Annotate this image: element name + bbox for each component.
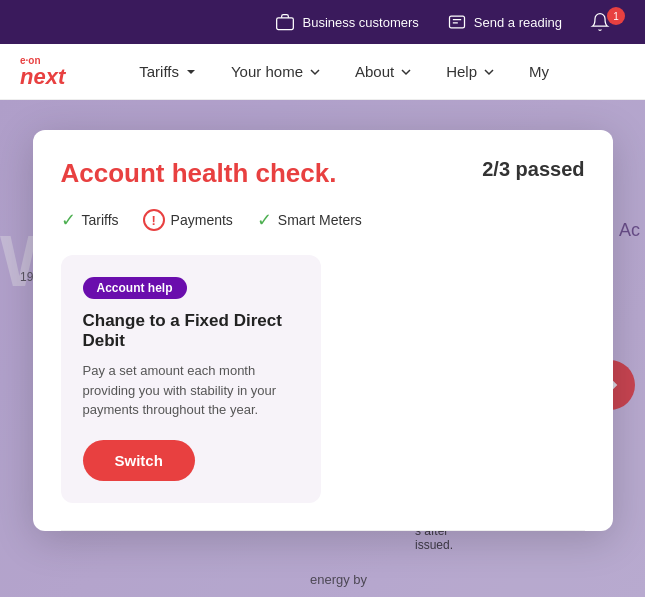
svg-rect-0 (277, 18, 294, 30)
nav-my[interactable]: My (515, 55, 563, 88)
check-pass-icon: ✓ (61, 209, 76, 231)
check-payments-label: Payments (171, 212, 233, 228)
send-reading-label: Send a reading (474, 15, 562, 30)
chevron-down-icon (481, 64, 497, 80)
modal-checks: ✓ Tariffs ! Payments ✓ Smart Meters (61, 209, 585, 231)
card-title: Change to a Fixed Direct Debit (83, 311, 299, 351)
nav-items: Tariffs Your home About Help My (125, 55, 563, 88)
modal-header: Account health check. 2/3 passed (61, 158, 585, 189)
card-badge: Account help (83, 277, 187, 299)
switch-button[interactable]: Switch (83, 440, 195, 481)
nav-your-home[interactable]: Your home (217, 55, 337, 88)
svg-rect-1 (449, 16, 464, 28)
modal-overlay: Account health check. 2/3 passed ✓ Tarif… (0, 100, 645, 597)
check-payments: ! Payments (143, 209, 233, 231)
briefcase-icon (275, 12, 295, 32)
chevron-down-icon (398, 64, 414, 80)
modal-score: 2/3 passed (482, 158, 584, 181)
modal-title: Account health check. (61, 158, 337, 189)
chevron-down-icon (307, 64, 323, 80)
check-smart-meters: ✓ Smart Meters (257, 209, 362, 231)
check-warning-icon: ! (143, 209, 165, 231)
top-bar: Business customers Send a reading 1 (0, 0, 645, 44)
business-customers-link[interactable]: Business customers (275, 12, 418, 32)
account-help-card: Account help Change to a Fixed Direct De… (61, 255, 321, 503)
nav-bar: e·on next Tariffs Your home About Help M… (0, 44, 645, 100)
logo-next-text: next (20, 66, 65, 88)
notification-badge: 1 (607, 7, 625, 25)
modal-divider (61, 530, 585, 531)
check-tariffs: ✓ Tariffs (61, 209, 119, 231)
check-smart-meters-label: Smart Meters (278, 212, 362, 228)
nav-about[interactable]: About (341, 55, 428, 88)
logo[interactable]: e·on next (20, 55, 65, 88)
send-reading-link[interactable]: Send a reading (447, 12, 562, 32)
meter-icon (447, 12, 467, 32)
nav-tariffs[interactable]: Tariffs (125, 55, 213, 88)
health-check-modal: Account health check. 2/3 passed ✓ Tarif… (33, 130, 613, 531)
nav-help[interactable]: Help (432, 55, 511, 88)
check-tariffs-label: Tariffs (82, 212, 119, 228)
chevron-down-icon (183, 64, 199, 80)
business-customers-label: Business customers (302, 15, 418, 30)
check-pass-icon: ✓ (257, 209, 272, 231)
notification-link[interactable]: 1 (590, 12, 625, 32)
card-description: Pay a set amount each month providing yo… (83, 361, 299, 420)
